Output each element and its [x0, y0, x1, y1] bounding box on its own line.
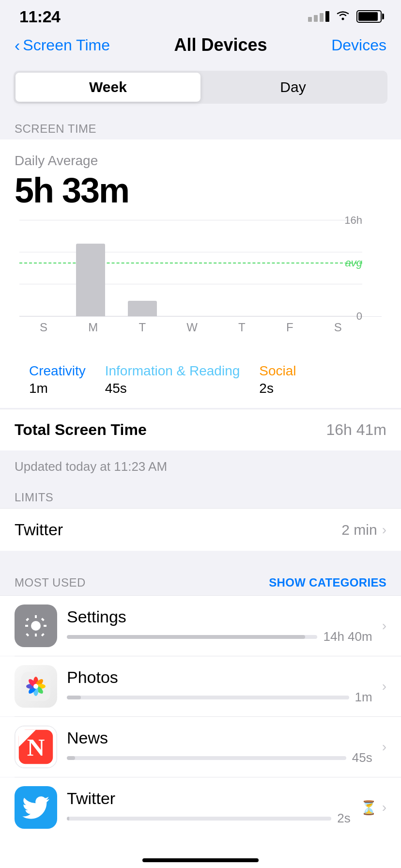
news-time: 45s — [352, 750, 372, 765]
chart-day-t2: T — [238, 321, 246, 334]
chart-grid-bottom: 0 — [19, 316, 362, 316]
chart-day-t1: T — [139, 321, 146, 334]
hourglass-icon: ⏳ — [360, 800, 377, 816]
photos-app-name: Photos — [67, 668, 372, 687]
back-chevron-icon: ‹ — [15, 36, 20, 55]
photos-bar-fill — [67, 696, 81, 699]
svg-point-11 — [33, 684, 38, 689]
photos-bar-row: 1m — [67, 690, 372, 705]
category-creativity-time: 1m — [29, 381, 86, 396]
twitter-bar-track — [67, 817, 331, 821]
photos-chevron: › — [382, 679, 386, 694]
news-app-icon: N — [15, 726, 57, 768]
page-title: All Devices — [174, 35, 267, 55]
photos-app-icon — [15, 665, 57, 708]
photos-app-info: Photos 1m — [67, 668, 372, 705]
spacer-limits — [0, 552, 401, 567]
svg-text:N: N — [27, 734, 45, 761]
chart-y-max: 16h — [344, 214, 362, 227]
daily-avg-label: Daily Average — [15, 153, 386, 169]
app-row-photos[interactable]: Photos 1m › — [0, 656, 401, 716]
news-row-right: › — [382, 739, 386, 755]
battery-icon — [356, 10, 382, 23]
total-value: 16h 41m — [326, 421, 386, 439]
news-bar-row: 45s — [67, 750, 372, 765]
twitter-time: 2s — [337, 811, 350, 826]
chart-days: S M T W T F S — [19, 317, 362, 334]
chart-grid-2 — [19, 252, 362, 252]
segment-control-wrap: Week Day — [0, 63, 401, 113]
bottom-spacer — [0, 837, 401, 868]
news-app-info: News 45s — [67, 728, 372, 765]
nav-bar: ‹ Screen Time All Devices Devices — [0, 29, 401, 63]
back-button[interactable]: ‹ Screen Time — [15, 36, 110, 55]
settings-app-info: Settings 14h 40m — [67, 607, 372, 644]
settings-time: 14h 40m — [323, 629, 372, 644]
status-bar: 11:24 — [0, 0, 401, 29]
chart-avg-line: avg — [19, 263, 362, 264]
chart-bar-mon — [76, 244, 105, 316]
status-time: 11:24 — [19, 7, 60, 26]
news-app-name: News — [67, 728, 372, 747]
category-info-time: 45s — [105, 381, 240, 396]
settings-chevron: › — [382, 618, 386, 634]
limits-section-header: LIMITS — [0, 482, 401, 508]
twitter-limit-chevron: › — [382, 522, 386, 538]
svg-point-0 — [342, 17, 344, 20]
photos-row-right: › — [382, 679, 386, 694]
back-label: Screen Time — [23, 36, 110, 54]
twitter-app-icon — [15, 786, 57, 829]
category-row: Creativity 1m Information & Reading 45s … — [15, 354, 386, 408]
total-row[interactable]: Total Screen Time 16h 41m — [0, 409, 401, 450]
photos-bar-track — [67, 696, 349, 699]
chart-grid-top: 16h — [19, 220, 362, 220]
app-row-news[interactable]: N News 45s › — [0, 717, 401, 777]
category-creativity[interactable]: Creativity 1m — [29, 363, 86, 396]
category-info-reading[interactable]: Information & Reading 45s — [105, 363, 240, 396]
twitter-app-name: Twitter — [67, 789, 351, 808]
twitter-limit-value: 2 min › — [341, 522, 386, 538]
news-bar-track — [67, 756, 346, 760]
chart-day-w: W — [186, 321, 198, 334]
chart-area: 16h avg 0 — [19, 220, 382, 317]
screen-time-section-header: SCREEN TIME — [0, 113, 401, 140]
settings-row-right: › — [382, 618, 386, 634]
twitter-bar-row: 2s — [67, 811, 351, 826]
chart-day-m: M — [88, 321, 98, 334]
app-row-twitter[interactable]: Twitter 2s ⏳ › — [0, 777, 401, 837]
most-used-header: MOST USED SHOW CATEGORIES — [0, 567, 401, 595]
settings-bar-fill — [67, 635, 305, 639]
chart-day-s2: S — [334, 321, 342, 334]
week-segment[interactable]: Week — [15, 73, 200, 102]
category-social-name: Social — [259, 363, 296, 379]
twitter-chevron: › — [382, 800, 386, 815]
news-chevron: › — [382, 739, 386, 755]
category-social-time: 2s — [259, 381, 296, 396]
twitter-limit-name: Twitter — [15, 520, 63, 539]
settings-bar-track — [67, 635, 317, 639]
updated-text: Updated today at 11:23 AM — [0, 451, 401, 482]
chart-day-f: F — [286, 321, 293, 334]
show-categories-button[interactable]: SHOW CATEGORIES — [269, 576, 386, 589]
twitter-bar-fill — [67, 817, 69, 821]
status-icons — [308, 9, 382, 24]
chart-container: 16h avg 0 S M T W T F S — [19, 220, 382, 354]
category-creativity-name: Creativity — [29, 363, 86, 379]
day-segment[interactable]: Day — [200, 73, 386, 102]
chart-day-s1: S — [40, 321, 47, 334]
category-social[interactable]: Social 2s — [259, 363, 296, 396]
news-bar-fill — [67, 756, 75, 760]
chart-avg-label: avg — [345, 257, 362, 269]
app-row-settings[interactable]: Settings 14h 40m › — [0, 596, 401, 656]
twitter-row-right: ⏳ › — [360, 800, 386, 816]
settings-bar-row: 14h 40m — [67, 629, 372, 644]
most-used-label: MOST USED — [15, 576, 86, 589]
twitter-limit-row[interactable]: Twitter 2 min › — [0, 509, 401, 551]
twitter-app-info: Twitter 2s — [67, 789, 351, 826]
chart-bar-tue — [128, 301, 157, 316]
signal-icon — [308, 11, 329, 22]
total-label: Total Screen Time — [15, 421, 147, 439]
chart-y-zero: 0 — [356, 310, 362, 323]
settings-app-name: Settings — [67, 607, 372, 626]
devices-button[interactable]: Devices — [331, 36, 386, 54]
